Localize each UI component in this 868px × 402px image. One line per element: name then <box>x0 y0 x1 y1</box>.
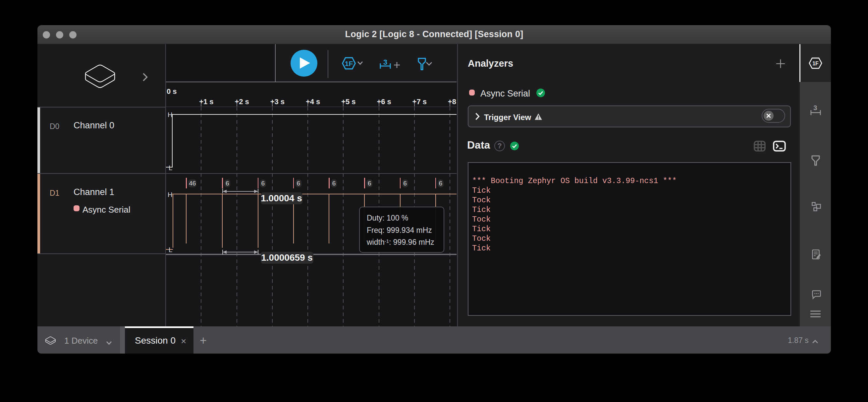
svg-text:1F: 1F <box>812 61 819 66</box>
svg-text:1F: 1F <box>345 60 353 67</box>
